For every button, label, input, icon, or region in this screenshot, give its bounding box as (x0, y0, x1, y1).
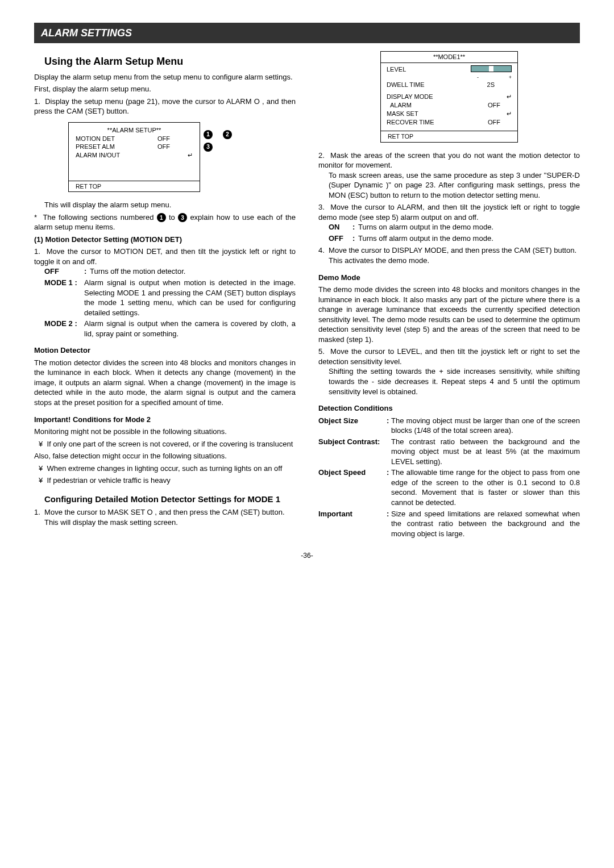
osd1-preset-alm-val: OFF (157, 143, 170, 151)
off-body-r: Turns off alarm output in the demo mode. (358, 233, 580, 244)
intro-text-2: First, display the alarm setup menu. (34, 84, 296, 94)
r-step-2b: To mask screen areas, use the same proce… (318, 170, 580, 201)
section-title-bar: ALARM SETTINGS (34, 23, 580, 43)
osd1-alarm-inout: ALARM IN/OUT (76, 151, 120, 160)
badge-2-icon: 2 (223, 130, 232, 139)
osd2-alarm: ALARM (387, 101, 412, 110)
motion-detector-heading: Motion Detector (34, 345, 296, 356)
return-arrow-icon: ↵ (505, 110, 512, 118)
md-step-1: 1. Move the cursor to MOTION DET, and th… (34, 247, 296, 266)
r-step-5b: Shifting the setting towards the + side … (318, 366, 580, 397)
detection-conditions-heading: Detection Conditions (318, 403, 580, 414)
osd-alarm-setup: **ALARM SETUP** MOTION DETOFF PRESET ALM… (68, 122, 200, 192)
on-body: Turns on alarm output in the demo mode. (358, 222, 580, 232)
r-step-2: 2. Mask the areas of the screen that you… (318, 151, 580, 201)
conf-step-1b: This will display the mask setting scree… (34, 518, 178, 528)
off-colon: : (84, 266, 90, 277)
important-mode2-heading: Important! Conditions for Mode 2 (34, 415, 296, 425)
imp2-bullet-1: ¥ If only one part of the screen is not … (34, 439, 296, 449)
note-line: * The following sections numbered 1 to 3… (34, 212, 296, 232)
imp2-bullet-2: ¥ When extreme changes in lighting occur… (34, 464, 296, 474)
osd1-motion-det: MOTION DET (76, 135, 115, 143)
right-column: **MODE1** LEVEL -+ DWELL TIME2S DISPLAY … (318, 51, 580, 540)
osd2-recover-val: OFF (488, 118, 500, 127)
md-step-1-text: Move the cursor to MOTION DET, and then … (34, 247, 296, 266)
imp2-b1-text: If only one part of the screen is not co… (47, 440, 293, 448)
two-column-layout: Using the Alarm Setup Menu Display the a… (34, 51, 580, 540)
osd2-level: LEVEL (387, 65, 406, 74)
page-number: -36- (34, 551, 580, 560)
step-1-text: Display the setup menu (page 21), move t… (34, 97, 296, 116)
r-step-3a: Move the cursor to ALARM, and then tilt … (318, 203, 580, 222)
r-step-5: 5. Move the cursor to LEVEL, and then ti… (318, 347, 580, 397)
osd-mode1: **MODE1** LEVEL -+ DWELL TIME2S DISPLAY … (380, 51, 518, 142)
object-speed-body: The allowable time range for the object … (391, 468, 580, 507)
osd2-dwell: DWELL TIME (387, 81, 425, 89)
object-size-body: The moving object must be larger than on… (391, 416, 580, 436)
object-speed-term: Object Speed (318, 468, 387, 507)
osd2-mask-set: MASK SET (387, 110, 418, 118)
note-start: The following sections numbered (43, 213, 154, 222)
return-arrow-icon: ↵ (186, 151, 193, 160)
osd2-dwell-val: 2S (487, 81, 495, 89)
intro-text-1: Display the alarm setup menu from the se… (34, 72, 296, 82)
osd2-footer: RET TOP (381, 131, 517, 141)
r-step-4b: This activates the demo mode. (318, 256, 429, 266)
imp2-b2-text: When extreme changes in lighting occur, … (47, 464, 282, 473)
conf-step-1: 1. Move the cursor to MASK SET O , and t… (34, 507, 296, 527)
mode2-body: Alarm signal is output when the camera i… (84, 319, 296, 339)
conf-step-1a: Move the cursor to MASK SET O , and then… (44, 508, 284, 516)
osd1-preset-alm: PRESET ALM (76, 143, 115, 151)
mode2-label: MODE 2 : (44, 319, 84, 339)
demo-mode-body: The demo mode divides the screen into 48… (318, 285, 580, 344)
osd1-footer: RET TOP (69, 181, 200, 191)
badge-3-inline-icon: 3 (178, 213, 187, 222)
left-column: Using the Alarm Setup Menu Display the a… (34, 51, 296, 540)
imp2-intro: Monitoring might not be possible in the … (34, 427, 296, 437)
mode1-body: Alarm signal is output when motion is de… (84, 278, 296, 318)
r-step-4a: Move the cursor to DISPLAY MODE, and the… (329, 246, 576, 254)
subject-contrast-term: Subject Contrast: (318, 437, 391, 467)
level-bar-icon (471, 65, 512, 72)
on-label: ON (329, 222, 352, 232)
off-label-r: OFF (329, 233, 352, 244)
note-to: to (169, 213, 175, 222)
imp2-mid: Also, false detection might occur in the… (34, 451, 296, 461)
off-body: Turns off the motion detector. (90, 266, 296, 277)
step-1-display-setup: 1. Display the setup menu (page 21), mov… (34, 97, 296, 116)
heading-alarm-menu: Using the Alarm Setup Menu (44, 55, 296, 68)
osd2-recover: RECOVER TIME (387, 118, 434, 127)
badge-3-icon: 3 (204, 143, 213, 152)
r-step-3: 3. Move the cursor to ALARM, and then ti… (318, 202, 580, 243)
motion-detector-body: The motion detector divides the screen i… (34, 358, 296, 408)
osd2-alarm-val: OFF (488, 101, 500, 110)
after-osd-text: This will display the alarm setup menu. (34, 200, 296, 210)
r-step-2a: Mask the areas of the screen that you do… (318, 151, 580, 170)
imp2-bullet-3: ¥ If pedestrian or vehicle traffic is he… (34, 475, 296, 486)
r-step-5a: Move the cursor to LEVEL, and then tilt … (318, 347, 580, 366)
section-1-heading: (1) Motion Detector Setting (MOTION DET) (34, 235, 296, 245)
imp2-b3-text: If pedestrian or vehicle traffic is heav… (47, 476, 170, 485)
badge-1-icon: 1 (204, 130, 213, 139)
important-term: Important (318, 509, 387, 539)
return-arrow-icon: ↵ (507, 93, 512, 101)
demo-mode-heading: Demo Mode (318, 273, 580, 283)
configuring-heading: Configuring Detailed Motion Detector Set… (44, 494, 296, 505)
badge-1-inline-icon: 1 (157, 213, 166, 222)
osd2-title: **MODE1** (381, 52, 517, 63)
subject-contrast-body: The contrast ratio between the backgroun… (391, 437, 580, 467)
important-body: Size and speed limitations are relaxed s… (391, 509, 580, 539)
off-label: OFF (44, 266, 84, 277)
osd1-motion-det-val: OFF (157, 135, 170, 143)
object-size-term: Object Size (318, 416, 387, 436)
osd2-display-mode: DISPLAY MODE (387, 93, 433, 101)
osd1-callout-badges: 1 2 3 (204, 130, 232, 152)
plus-icon: + (479, 74, 512, 81)
osd1-title: **ALARM SETUP** (76, 126, 193, 135)
mode1-label: MODE 1 : (44, 278, 84, 318)
r-step-4: 4. Move the cursor to DISPLAY MODE, and … (318, 245, 580, 265)
